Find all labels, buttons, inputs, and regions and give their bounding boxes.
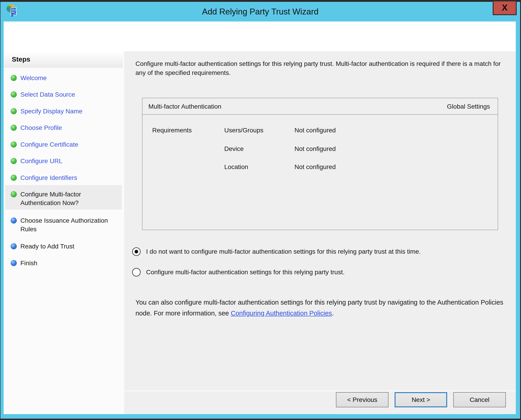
step-item-finish: Finish (4, 259, 125, 268)
mfa-row-name: Device (224, 145, 244, 152)
title-bar[interactable]: Add Relying Party Trust Wizard X (0, 2, 520, 22)
mfa-row-name: Users/Groups (224, 127, 264, 134)
button-bar-separator (124, 390, 516, 391)
completed-step-dot-icon (11, 175, 17, 181)
pending-step-dot-icon (11, 218, 17, 224)
completed-step-dot-icon (11, 191, 17, 197)
mfa-row-value: Not configured (295, 145, 336, 152)
mfa-row-value: Not configured (295, 163, 336, 171)
step-label: Finish (20, 259, 37, 268)
mfa-radio-option-1[interactable]: I do not want to configure multi-factor … (132, 247, 421, 257)
step-label: Choose Issuance Authorization Rules (20, 216, 122, 233)
step-item-choose-issuance-authorization-rules: Choose Issuance Authorization Rules (4, 216, 125, 233)
step-label[interactable]: Configure Identifiers (20, 173, 77, 182)
step-label[interactable]: Configure Certificate (20, 140, 78, 149)
step-label[interactable]: Choose Profile (20, 124, 62, 132)
step-label[interactable]: Select Data Source (20, 90, 75, 99)
step-item-select-data-source[interactable]: Select Data Source (4, 90, 125, 99)
step-item-configure-certificate[interactable]: Configure Certificate (4, 140, 125, 149)
mfa-settings-table: Multi-factor Authentication Global Setti… (142, 98, 498, 230)
wizard-window: Add Relying Party Trust Wizard X Steps W… (0, 2, 520, 419)
mfa-table-body: Requirements Users/GroupsNot configuredD… (142, 115, 498, 230)
previous-button[interactable]: < Previous (336, 392, 389, 407)
intro-text: Configure multi-factor authentication se… (135, 59, 511, 77)
radio-label[interactable]: I do not want to configure multi-factor … (146, 248, 421, 255)
window-title: Add Relying Party Trust Wizard (0, 2, 520, 22)
mfa-row-name: Location (224, 163, 248, 171)
mfa-radio-option-2[interactable]: Configure multi-factor authentication se… (132, 267, 344, 277)
step-item-configure-url[interactable]: Configure URL (4, 157, 125, 165)
step-item-configure-multi-factor-authentication-now: Configure Multi-factor Authentication No… (4, 190, 125, 207)
footer-note: You can also configure multi-factor auth… (135, 297, 508, 319)
step-label: Configure Multi-factor Authentication No… (20, 190, 122, 207)
step-item-ready-to-add-trust: Ready to Add Trust (4, 242, 125, 251)
main-panel: Configure multi-factor authentication se… (124, 51, 516, 414)
mfa-table-header: Multi-factor Authentication Global Setti… (142, 98, 498, 115)
completed-step-dot-icon (11, 142, 17, 148)
close-button[interactable]: X (493, 0, 517, 15)
step-label[interactable]: Welcome (20, 74, 47, 82)
completed-step-dot-icon (11, 75, 17, 81)
next-button[interactable]: Next > (395, 392, 447, 407)
step-label[interactable]: Specify Display Name (20, 107, 82, 116)
global-settings-label: Global Settings (447, 98, 490, 115)
completed-step-dot-icon (11, 158, 17, 164)
radio-selected-icon[interactable] (132, 247, 141, 256)
completed-step-dot-icon (11, 91, 17, 98)
step-label: Ready to Add Trust (20, 242, 74, 251)
completed-step-dot-icon (11, 108, 17, 114)
step-item-specify-display-name[interactable]: Specify Display Name (4, 107, 125, 116)
steps-heading: Steps (12, 51, 30, 68)
wizard-client-area: Steps WelcomeSelect Data SourceSpecify D… (4, 22, 516, 414)
step-label[interactable]: Configure URL (20, 157, 62, 165)
mfa-row-device: DeviceNot configured (142, 145, 498, 154)
mfa-row-location: LocationNot configured (142, 163, 498, 172)
configuring-auth-policies-link[interactable]: Configuring Authentication Policies (231, 310, 332, 317)
step-item-welcome[interactable]: Welcome (4, 74, 125, 82)
radio-unselected-icon[interactable] (132, 268, 141, 277)
mfa-row-value: Not configured (295, 127, 336, 134)
radio-label[interactable]: Configure multi-factor authentication se… (146, 269, 344, 276)
pending-step-dot-icon (11, 260, 17, 266)
cancel-button[interactable]: Cancel (453, 392, 506, 407)
step-item-configure-identifiers[interactable]: Configure Identifiers (4, 173, 125, 182)
pending-step-dot-icon (11, 243, 17, 249)
mfa-row-users-groups: Users/GroupsNot configured (142, 127, 498, 135)
completed-step-dot-icon (11, 125, 17, 131)
steps-header: Steps (4, 51, 123, 68)
step-item-choose-profile[interactable]: Choose Profile (4, 124, 125, 132)
footer-note-period: . (332, 310, 334, 317)
mfa-table-title: Multi-factor Authentication (148, 98, 221, 115)
steps-sidebar: Steps WelcomeSelect Data SourceSpecify D… (4, 51, 125, 414)
screen: Add Relying Party Trust Wizard X Steps W… (0, 0, 521, 420)
